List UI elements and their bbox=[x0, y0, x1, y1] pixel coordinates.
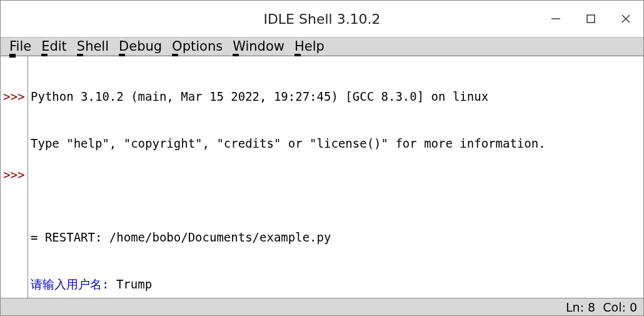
prompt-marker: >>> bbox=[3, 89, 28, 104]
window-title: IDLE Shell 3.10.2 bbox=[263, 11, 380, 27]
restart-line: = RESTART: /home/bobo/Documents/example.… bbox=[31, 230, 643, 245]
maximize-button[interactable] bbox=[573, 1, 608, 37]
menu-help[interactable]: Help bbox=[289, 39, 330, 54]
col-label: Col: bbox=[603, 300, 626, 314]
banner-line: Python 3.10.2 (main, Mar 15 2022, 19:27:… bbox=[31, 89, 643, 104]
menu-debug[interactable]: Debug bbox=[114, 39, 167, 54]
menu-edit[interactable]: Edit bbox=[36, 39, 72, 54]
user-input: Trump bbox=[116, 277, 152, 291]
prompt-marker: >>> bbox=[3, 167, 28, 183]
input-prompt: 请输入用户名: bbox=[31, 277, 116, 291]
statusbar: Ln: 8 Col: 0 bbox=[1, 298, 643, 315]
col-value: 0 bbox=[630, 300, 637, 314]
editor-area: >>> >>> Python 3.10.2 (main, Mar 15 2022… bbox=[1, 56, 643, 298]
menu-file[interactable]: File bbox=[4, 39, 36, 54]
menu-options[interactable]: Options bbox=[167, 39, 228, 54]
line-value: 8 bbox=[588, 300, 595, 314]
window-controls bbox=[538, 1, 643, 37]
shell-content[interactable]: Python 3.10.2 (main, Mar 15 2022, 19:27:… bbox=[28, 56, 643, 298]
prompt-gutter: >>> >>> bbox=[1, 56, 28, 298]
io-line: 请输入用户名: Trump bbox=[31, 277, 643, 292]
close-button[interactable] bbox=[608, 1, 643, 37]
banner-line: Type "help", "copyright", "credits" or "… bbox=[31, 136, 643, 151]
svg-rect-1 bbox=[587, 15, 595, 23]
titlebar: IDLE Shell 3.10.2 bbox=[1, 1, 643, 37]
menu-shell[interactable]: Shell bbox=[72, 39, 114, 54]
line-label: Ln: bbox=[566, 300, 584, 314]
minimize-button[interactable] bbox=[538, 1, 573, 37]
menu-window[interactable]: Window bbox=[228, 39, 289, 54]
menubar: File Edit Shell Debug Options Window Hel… bbox=[1, 37, 643, 56]
